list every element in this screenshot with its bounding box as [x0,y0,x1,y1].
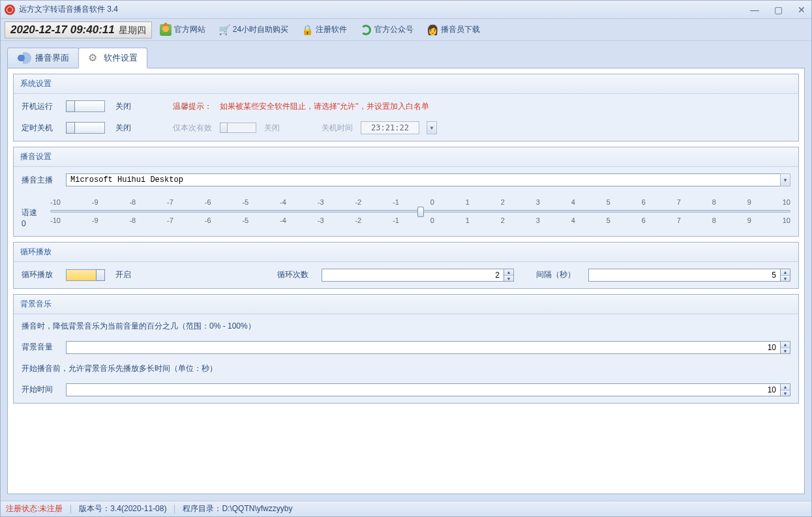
close-button[interactable]: ✕ [796,5,807,15]
slider-ticks-bottom: -10-9-8-7-6-5-4-3-2-1012345678910 [50,216,790,224]
minimize-button[interactable]: — [749,5,760,15]
loop-toggle[interactable] [66,269,105,281]
shutdown-label: 定时关机 [22,123,58,134]
once-only-state: 关闭 [264,123,280,134]
lock-icon [301,24,313,36]
app-window: 远方文字转语音播音软件 3.4 — ▢ ✕ 2020-12-17 09:40:1… [0,0,812,517]
interval-label: 间隔（秒） [536,269,580,280]
shutdown-state: 关闭 [115,123,131,134]
wechat-link[interactable]: 官方公众号 [355,22,419,38]
status-bar: 注册状态:未注册 版本号：3.4(2020-11-08) 程序目录：D:\QQT… [1,501,811,516]
tab-label: 播音界面 [35,52,69,64]
once-only-label: 仅本次有效 [173,123,212,134]
registration-status: 注册状态:未注册 [6,503,63,514]
group-system: 系统设置 开机运行 关闭 温馨提示： 如果被某些安全软件阻止，请选择"允许"，并… [13,74,799,141]
autorun-toggle[interactable] [66,100,105,112]
bgm-delay-label: 开始时间 [22,384,58,395]
self-purchase-link[interactable]: 24小时自助购买 [213,22,293,38]
group-loop: 循环播放 循环播放 开启 循环次数 ▲▼ 间隔（秒） [13,242,799,289]
group-title: 系统设置 [14,74,798,94]
loop-label: 循环播放 [22,269,58,280]
version-info: 版本号：3.4(2020-11-08) [79,503,166,514]
shutdown-time-input[interactable] [361,121,419,134]
program-dir: 程序目录：D:\QQTN\yfwzzyyby [183,503,292,514]
voice-select[interactable]: ▼ [66,173,790,186]
speed-label: 语速 [22,207,37,218]
hint-prefix: 温馨提示： [173,101,212,112]
group-bgm: 背景音乐 播音时，降低背景音乐为当前音量的百分之几（范围：0% - 100%） … [13,294,799,404]
tab-label: 软件设置 [104,52,138,64]
app-icon [5,5,15,15]
spin-up[interactable]: ▲ [781,384,790,390]
spin-down[interactable]: ▼ [781,390,790,396]
voice-dropdown-button[interactable]: ▼ [780,173,790,186]
shutdown-time-dropdown[interactable]: ▼ [427,121,437,134]
shutdown-toggle[interactable] [66,122,105,134]
home-icon [160,24,172,36]
interval-input[interactable]: ▲▼ [588,269,790,282]
datetime-text: 2020-12-17 09:40:11 [10,23,115,37]
dayofweek-text: 星期四 [119,25,146,37]
bgm-volume-desc: 播音时，降低背景音乐为当前音量的百分之几（范围：0% - 100%） [22,321,790,332]
spin-up[interactable]: ▲ [781,342,790,347]
announcer-download-link[interactable]: 播音员下载 [421,22,485,38]
spin-up[interactable]: ▲ [781,269,790,275]
bgm-delay-desc: 开始播音前，允许背景音乐先播放多长时间（单位：秒） [22,363,790,374]
voice-value[interactable] [66,173,781,186]
slider-ticks-top: -10-9-8-7-6-5-4-3-2-1012345678910 [50,198,790,206]
spin-down[interactable]: ▼ [781,275,790,281]
cart-icon [218,24,230,36]
slider-thumb[interactable] [417,207,424,217]
bgm-volume-label: 背景音量 [22,342,58,353]
official-site-link[interactable]: 官方网站 [155,22,211,38]
hint-text: 如果被某些安全软件阻止，请选择"允许"，并设置加入白名单 [220,101,429,112]
shutdown-time-label: 关机时间 [322,123,353,134]
loop-count-input[interactable]: ▲▼ [322,269,514,282]
group-title: 背景音乐 [14,295,798,314]
speed-slider[interactable] [50,210,790,213]
window-title: 远方文字转语音播音软件 3.4 [19,4,118,15]
content-area: 播音界面 软件设置 系统设置 开机运行 关闭 温馨提示： 如果被某些安全软件阻止… [1,41,811,501]
interval-value[interactable] [588,269,781,282]
spin-down[interactable]: ▼ [781,347,790,353]
spin-up[interactable]: ▲ [504,269,513,275]
tab-strip: 播音界面 软件设置 [7,48,805,68]
megaphone-icon [17,52,31,64]
bgm-delay-input[interactable]: ▲▼ [66,383,790,396]
loop-count-value[interactable] [322,269,504,282]
loop-state: 开启 [115,269,131,280]
link-label: 官方网站 [174,24,205,35]
tab-settings[interactable]: 软件设置 [78,48,147,68]
link-label: 播音员下载 [441,24,480,35]
maximize-button[interactable]: ▢ [772,5,784,15]
bgm-delay-value[interactable] [66,383,781,396]
autorun-state: 关闭 [115,101,131,112]
register-software-link[interactable]: 注册软件 [296,22,352,38]
person-icon [427,24,438,36]
speed-value: 0 [22,218,37,229]
autorun-label: 开机运行 [22,101,58,112]
link-label: 官方公众号 [374,24,414,35]
voice-label: 播音主播 [22,175,58,186]
bgm-volume-input[interactable]: ▲▼ [66,341,790,354]
link-label: 24小时自助购买 [233,24,288,35]
tab-broadcast[interactable]: 播音界面 [7,48,79,68]
titlebar: 远方文字转语音播音软件 3.4 — ▢ ✕ [1,1,811,19]
bgm-volume-value[interactable] [66,341,781,354]
datetime-display: 2020-12-17 09:40:11 星期四 [5,22,152,38]
toolbar: 2020-12-17 09:40:11 星期四 官方网站 24小时自助购买 注册… [1,19,811,41]
loop-count-label: 循环次数 [277,269,314,280]
group-broadcast: 播音设置 播音主播 ▼ 语速 0 [13,147,799,237]
group-title: 循环播放 [14,243,798,262]
group-title: 播音设置 [14,147,798,167]
spin-down[interactable]: ▼ [504,275,513,281]
gear-icon [88,52,100,64]
settings-panel: 系统设置 开机运行 关闭 温馨提示： 如果被某些安全软件阻止，请选择"允许"，并… [7,68,805,494]
refresh-icon [360,24,372,36]
window-controls: — ▢ ✕ [749,5,807,15]
link-label: 注册软件 [316,24,347,35]
once-only-toggle[interactable] [220,123,256,133]
